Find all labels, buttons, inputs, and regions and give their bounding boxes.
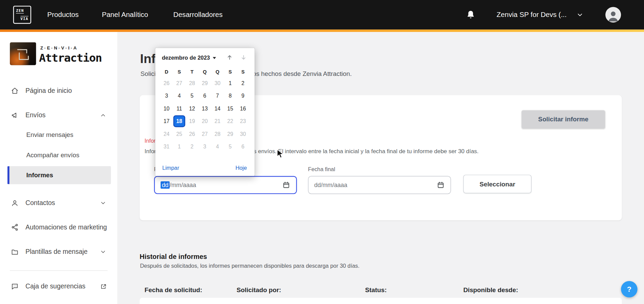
calendar-today-link[interactable]: Hoje bbox=[235, 165, 247, 171]
calendar-month-label: dezembro de 2023 bbox=[162, 54, 210, 60]
zenvia-logo-text-bottom: VIA bbox=[20, 16, 28, 21]
sidebar-item-contactos[interactable]: Contactos bbox=[0, 193, 118, 213]
end-date-input[interactable]: dd/mm/aaaa bbox=[308, 176, 451, 194]
calendar-day: 30 bbox=[211, 77, 224, 89]
calendar-day: 19 bbox=[186, 115, 198, 128]
nav-item-desarrolladores[interactable]: Desarrolladores bbox=[173, 0, 223, 29]
calendar-weekday: S bbox=[173, 67, 186, 77]
calendar-day[interactable]: 12 bbox=[186, 102, 198, 115]
calendar-weekdays: DSTQQSS bbox=[160, 67, 254, 77]
sidebar-item-envios[interactable]: Envíos bbox=[0, 105, 118, 125]
history-column-disponible: Disponible desde: bbox=[463, 286, 518, 294]
main-content: Informes de envío Solicita y descarga lo… bbox=[118, 32, 644, 304]
calendar-day[interactable]: 13 bbox=[198, 102, 211, 115]
brand-zenvia-text: Z·E·N·V·I·A bbox=[40, 45, 78, 50]
help-button[interactable]: ? bbox=[621, 281, 637, 297]
calendar-day[interactable]: 10 bbox=[160, 102, 173, 115]
calendar-day[interactable]: 1 bbox=[224, 77, 237, 89]
user-avatar[interactable] bbox=[605, 7, 621, 23]
calendar-day[interactable]: 9 bbox=[236, 89, 249, 102]
calendar-day: 28 bbox=[186, 77, 198, 89]
date-placeholder[interactable]: dd/mm/aaaa bbox=[314, 182, 347, 188]
calendar-weekday: Q bbox=[211, 67, 224, 77]
sidebar-item-plantillas[interactable]: Plantillas de mensaje bbox=[0, 242, 118, 262]
account-selector[interactable]: Zenvia SP for Devs (... bbox=[496, 0, 567, 29]
month-up-arrow-icon[interactable] bbox=[226, 54, 233, 61]
history-title: Historial de informes bbox=[140, 253, 207, 261]
calendar-day[interactable]: 16 bbox=[236, 102, 249, 115]
calendar-day[interactable]: 15 bbox=[224, 102, 237, 115]
history-table-row bbox=[140, 298, 622, 304]
calendar-day: 29 bbox=[198, 77, 211, 89]
calendar-weekday: D bbox=[160, 67, 173, 77]
sidebar-item-label: Plantillas de mensaje bbox=[25, 248, 88, 256]
notifications-bell-icon[interactable] bbox=[466, 10, 476, 20]
calendar-weekday: S bbox=[224, 67, 237, 77]
calendar-day[interactable]: 6 bbox=[198, 89, 211, 102]
chevron-up-icon bbox=[100, 112, 106, 118]
calendar-icon[interactable] bbox=[282, 181, 290, 189]
sidebar-item-acompanar-envios[interactable]: Acompañar envíos bbox=[0, 146, 118, 164]
brand-attraction-text: Attraction bbox=[39, 51, 102, 64]
calendar-day[interactable]: 14 bbox=[211, 102, 224, 115]
calendar-day: 30 bbox=[236, 127, 249, 140]
calendar-day[interactable]: 8 bbox=[224, 89, 237, 102]
calendar-weekday: T bbox=[186, 67, 198, 77]
megaphone-icon bbox=[11, 111, 19, 119]
dropdown-triangle-icon bbox=[213, 57, 216, 59]
calendar-day[interactable]: 3 bbox=[160, 89, 173, 102]
folder-icon bbox=[11, 248, 19, 256]
calendar-day: 5 bbox=[224, 140, 237, 153]
home-icon bbox=[11, 86, 19, 95]
calendar-day[interactable]: 17 bbox=[160, 115, 173, 128]
sidebar-item-sugerencias[interactable]: Caja de sugerencias bbox=[0, 277, 118, 296]
calendar-day: 21 bbox=[211, 115, 224, 128]
nav-item-panel-analitico[interactable]: Panel Analítico bbox=[102, 0, 148, 29]
chat-bubble-icon bbox=[11, 282, 19, 290]
calendar-day: 25 bbox=[173, 127, 186, 140]
brand-accent-bar bbox=[0, 29, 644, 32]
nav-item-productos[interactable]: Productos bbox=[47, 0, 79, 29]
date-segment-rest[interactable]: /mm/aaaa bbox=[170, 182, 196, 188]
sidebar-item-enviar-mensajes[interactable]: Enviar mensajes bbox=[0, 126, 118, 144]
calendar-clear-link[interactable]: Limpar bbox=[162, 165, 179, 171]
end-date-label: Fecha final bbox=[308, 166, 335, 172]
calendar-day: 26 bbox=[186, 127, 198, 140]
page: ZEN VIA Productos Panel Analítico Desarr… bbox=[0, 0, 644, 304]
sidebar-item-label: Página de inicio bbox=[25, 87, 72, 95]
month-down-arrow-icon[interactable] bbox=[240, 54, 247, 61]
calendar-day: 1 bbox=[173, 140, 186, 153]
screenshot-viewport: ZEN VIA Productos Panel Analítico Desarr… bbox=[0, 0, 644, 304]
calendar-day[interactable]: 11 bbox=[173, 102, 186, 115]
request-report-button[interactable]: Solicitar informe bbox=[522, 110, 605, 128]
calendar-day[interactable]: 5 bbox=[186, 89, 198, 102]
history-column-status: Status: bbox=[365, 286, 387, 294]
sidebar-item-informes[interactable]: Informes bbox=[7, 166, 111, 184]
sidebar-item-automaciones[interactable]: Automaciones de marketing bbox=[0, 218, 118, 237]
calendar-day[interactable]: 7 bbox=[211, 89, 224, 102]
automation-flow-icon bbox=[11, 223, 19, 231]
calendar-icon[interactable] bbox=[437, 181, 445, 189]
date-picker-popup: dezembro de 2023 DSTQQSS 262728293012345… bbox=[155, 48, 255, 176]
calendar-day: 26 bbox=[160, 77, 173, 89]
calendar-day: 2 bbox=[186, 140, 198, 153]
calendar-day: 20 bbox=[198, 115, 211, 128]
date-segment-day[interactable]: dd bbox=[160, 181, 170, 189]
calendar-day-selected[interactable]: 18 bbox=[173, 115, 185, 127]
external-link-icon bbox=[100, 283, 107, 290]
select-button[interactable]: Seleccionar bbox=[463, 175, 531, 193]
calendar-day: 31 bbox=[160, 140, 173, 153]
calendar-day: 24 bbox=[160, 127, 173, 140]
calendar-day: 29 bbox=[224, 127, 237, 140]
calendar-month-dropdown[interactable]: dezembro de 2023 bbox=[162, 54, 216, 60]
calendar-footer: Limpar Hoje bbox=[162, 165, 247, 171]
calendar-weekday: Q bbox=[198, 67, 211, 77]
calendar-day[interactable]: 2 bbox=[236, 77, 249, 89]
sidebar-item-home[interactable]: Página de inicio bbox=[0, 81, 118, 100]
start-date-input[interactable]: dd/mm/aaaa bbox=[154, 176, 297, 194]
calendar-day: 23 bbox=[236, 115, 249, 128]
zenvia-logo[interactable]: ZEN VIA bbox=[13, 6, 31, 24]
calendar-day: 27 bbox=[173, 77, 186, 89]
calendar-day[interactable]: 4 bbox=[173, 89, 186, 102]
chevron-down-icon[interactable] bbox=[576, 12, 584, 18]
